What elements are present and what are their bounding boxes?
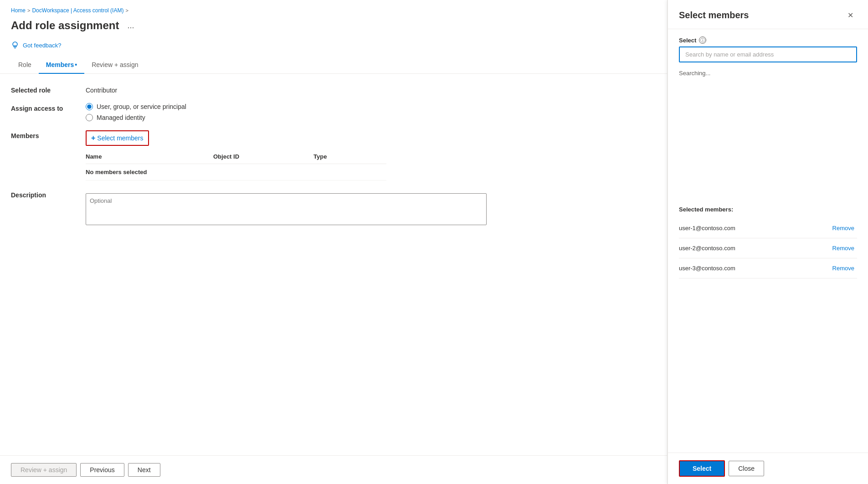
panel-title: Select members [679, 10, 749, 21]
info-icon[interactable]: ⓘ [699, 36, 706, 44]
tab-review-assign[interactable]: Review + assign [84, 57, 145, 74]
no-members-text: No members selected [86, 169, 213, 175]
members-label: Members [11, 130, 75, 139]
select-members-btn-label: Select members [97, 134, 143, 142]
member-email-1: user-1@contoso.com [679, 225, 735, 232]
panel-close-button[interactable]: Close [729, 461, 764, 476]
page-title: Add role assignment [11, 19, 119, 32]
breadcrumb-sep1: > [27, 8, 30, 13]
select-members-button[interactable]: + Select members [86, 130, 149, 146]
radio-managed-identity[interactable]: Managed identity [86, 114, 186, 121]
selected-members-section: Selected members: user-1@contoso.com Rem… [679, 206, 857, 278]
radio-user-group[interactable]: User, group, or service principal [86, 103, 186, 110]
tabs-row: Role Members Review + assign [0, 57, 667, 74]
radio-user-group-label: User, group, or service principal [97, 103, 186, 110]
form-section: Selected role Contributor Assign access … [0, 74, 667, 455]
panel-close-x-button[interactable]: ✕ [844, 9, 857, 21]
list-item: user-3@contoso.com Remove [679, 258, 857, 278]
select-label-row: Select ⓘ [679, 36, 857, 44]
radio-managed-identity-input[interactable] [86, 114, 93, 121]
breadcrumb-workspace[interactable]: DocWorkspace | Access control (IAM) [32, 7, 123, 14]
footer: Review + assign Previous Next [0, 455, 667, 484]
feedback-icon [11, 41, 19, 49]
feedback-label: Got feedback? [23, 42, 62, 49]
next-button[interactable]: Next [128, 463, 160, 477]
col-type-header: Type [313, 153, 386, 160]
col-objectid-header: Object ID [213, 153, 313, 160]
list-item: user-1@contoso.com Remove [679, 218, 857, 238]
assign-access-options: User, group, or service principal Manage… [86, 103, 186, 121]
col-name-header: Name [86, 153, 213, 160]
searching-text: Searching... [679, 68, 857, 78]
right-panel: Select members ✕ Select ⓘ Searching... S… [668, 0, 868, 484]
breadcrumb: Home > DocWorkspace | Access control (IA… [0, 0, 667, 17]
description-section [86, 193, 487, 227]
remove-member-2-button[interactable]: Remove [830, 244, 857, 252]
members-table-header: Name Object ID Type [86, 149, 386, 164]
remove-member-3-button[interactable]: Remove [830, 264, 857, 273]
plus-icon: + [91, 134, 95, 142]
selected-role-row: Selected role Contributor [11, 85, 656, 94]
description-label: Description [11, 190, 75, 199]
description-textarea[interactable] [86, 193, 487, 225]
radio-managed-identity-label: Managed identity [97, 114, 145, 121]
assign-access-row: Assign access to User, group, or service… [11, 103, 656, 121]
member-email-2: user-2@contoso.com [679, 245, 735, 252]
member-email-3: user-3@contoso.com [679, 265, 735, 272]
search-input[interactable] [680, 47, 856, 62]
breadcrumb-home[interactable]: Home [11, 7, 26, 14]
previous-button[interactable]: Previous [80, 463, 124, 477]
list-item: user-2@contoso.com Remove [679, 238, 857, 258]
panel-select-button[interactable]: Select [679, 460, 725, 477]
select-label: Select [679, 37, 696, 44]
members-row: Members + Select members Name Object ID … [11, 130, 656, 180]
tab-members[interactable]: Members [39, 57, 84, 74]
panel-footer: Select Close [668, 453, 868, 484]
selected-members-label: Selected members: [679, 206, 857, 213]
description-row: Description [11, 190, 656, 227]
assign-access-label: Assign access to [11, 103, 75, 112]
members-controls: + Select members Name Object ID Type No … [86, 130, 386, 180]
search-box-wrapper [679, 46, 857, 62]
review-assign-button[interactable]: Review + assign [11, 463, 77, 477]
members-table: Name Object ID Type No members selected [86, 149, 386, 180]
table-row-no-members: No members selected [86, 164, 386, 180]
radio-user-group-input[interactable] [86, 103, 93, 110]
feedback-row[interactable]: Got feedback? [0, 39, 667, 57]
tab-role[interactable]: Role [11, 57, 39, 74]
selected-role-label: Selected role [11, 85, 75, 94]
panel-header: Select members ✕ [668, 0, 868, 29]
breadcrumb-sep2: > [125, 8, 128, 13]
ellipsis-button[interactable]: ... [124, 20, 137, 31]
remove-member-1-button[interactable]: Remove [830, 224, 857, 232]
selected-role-value: Contributor [86, 85, 117, 94]
panel-body: Select ⓘ Searching... Selected members: … [668, 29, 868, 453]
